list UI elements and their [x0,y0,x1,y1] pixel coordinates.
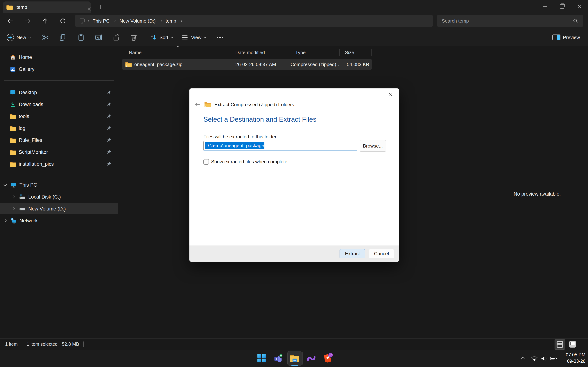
large-icons-view-toggle[interactable] [567,339,578,349]
taskbar-file-explorer-icon[interactable] [287,351,302,366]
sort-button[interactable]: Sort [147,32,175,43]
cut-icon [42,33,49,41]
sidebar-item-this-pc[interactable]: This PC [1,179,116,191]
breadcrumb-new-volume[interactable]: New Volume (D:) [117,17,158,25]
preview-pane: No preview available. [486,46,588,338]
up-button[interactable] [40,16,50,26]
taskbar-clock[interactable]: 07:05 PM 09-03-26 [566,351,585,364]
sidebar-separator [4,176,114,176]
column-separator[interactable] [371,49,372,56]
taskbar-teams-icon[interactable] [272,352,284,364]
browse-button[interactable]: Browse... [360,140,386,151]
chevron-collapsed-icon[interactable] [12,195,15,199]
rename-button[interactable]: A [93,32,104,43]
battery-icon[interactable] [549,354,558,363]
breadcrumb-chevron-icon [86,20,89,22]
view-button[interactable]: View [179,32,208,43]
copy-icon [58,33,66,41]
sidebar-item-network[interactable]: Network [1,215,116,226]
column-header-date-modified[interactable]: Date modified [235,48,265,57]
start-button[interactable] [256,352,268,364]
sidebar-item-gallery[interactable]: Gallery [1,64,116,75]
chevron-down-icon [204,36,206,38]
copy-button[interactable] [57,32,68,43]
checkbox-unchecked[interactable] [203,159,209,165]
sidebar: Home Gallery De [0,46,118,338]
more-options-button[interactable] [214,32,226,43]
view-icon [181,34,189,41]
column-header-size[interactable]: Size [345,48,354,57]
restore-button[interactable] [553,0,571,13]
close-icon [577,4,582,9]
svg-text:A: A [97,36,99,40]
this-pc-icon [79,18,85,24]
refresh-button[interactable] [58,16,68,26]
tab-title: temp [17,4,87,10]
extract-button[interactable]: Extract [340,249,365,258]
column-separator[interactable] [339,49,340,56]
back-button[interactable] [5,16,16,26]
teams-icon [273,353,283,363]
paste-button[interactable] [75,32,87,43]
breadcrumb-temp[interactable]: temp [163,17,179,25]
chevron-collapsed-icon[interactable] [12,207,15,210]
command-bar: New A [0,29,588,46]
cancel-button[interactable]: Cancel [369,249,394,258]
breadcrumb-this-pc[interactable]: This PC [90,17,112,25]
cut-button[interactable] [40,32,51,43]
gallery-icon [9,66,16,73]
up-arrow-icon [42,18,49,24]
explorer-tab[interactable]: temp [3,1,91,13]
taskbar-brave-icon[interactable] [322,352,334,364]
pin-icon [107,102,111,107]
new-label: New [17,35,26,40]
chevron-collapsed-icon[interactable] [4,219,7,222]
sidebar-item-installation-pics[interactable]: installation_pics [1,158,116,170]
search-box[interactable]: Search temp [437,15,583,27]
sidebar-item-rule-files[interactable]: Rule_Files [1,135,116,146]
dialog-heading: Select a Destination and Extract Files [203,116,316,123]
volume-icon[interactable] [539,354,548,363]
sidebar-item-home[interactable]: Home [1,52,116,63]
no-preview-message: No preview available. [486,191,588,197]
chevron-up-icon [521,357,525,360]
details-view-toggle[interactable] [554,339,565,350]
file-row-selected[interactable]: oneagent_package.zip 26-02-26 08:37 AM C… [122,59,372,70]
preview-label: Preview [563,35,580,40]
show-files-checkbox-row[interactable]: Show extracted files when complete [203,159,287,165]
sidebar-item-new-volume-d[interactable]: New Volume (D:) [0,203,118,214]
forward-arrow-icon [25,18,31,24]
this-pc-icon [10,182,17,188]
breadcrumb[interactable]: This PC New Volume (D:) temp [75,15,433,27]
sidebar-item-downloads[interactable]: Downloads [1,99,116,110]
sidebar-item-local-disk-c[interactable]: Local Disk (C:) [1,192,116,202]
share-button[interactable] [111,32,122,43]
home-icon [9,54,16,60]
toolbar-separator [211,34,211,42]
preview-pane-icon [552,34,561,40]
column-separator[interactable] [230,49,230,56]
new-button[interactable]: New [4,32,33,43]
sidebar-item-tools[interactable]: tools [1,111,116,122]
taskbar-visual-studio-icon[interactable] [305,352,317,364]
chevron-expanded-icon[interactable] [4,183,7,186]
folder-icon [9,113,16,120]
new-tab-button[interactable] [96,3,105,11]
column-header-type[interactable]: Type [295,48,306,57]
dialog-close-button[interactable] [387,91,395,98]
sidebar-item-log[interactable]: log [1,123,116,134]
wifi-icon[interactable] [530,354,539,363]
minimize-button[interactable] [536,0,553,13]
folder-icon [9,149,16,155]
new-plus-icon [7,34,14,41]
forward-button[interactable] [23,16,33,26]
destination-path-input[interactable]: D:\temp\oneagent_package [203,141,357,150]
sidebar-item-scriptmonitor[interactable]: ScriptMonitor [1,147,116,158]
close-button[interactable] [571,0,588,13]
column-header-name[interactable]: Name [129,48,141,57]
sidebar-item-desktop[interactable]: Desktop [1,87,116,98]
delete-button[interactable] [128,32,139,43]
status-separator [22,342,22,347]
preview-toggle-button[interactable]: Preview [550,32,582,43]
tray-show-hidden-icons-button[interactable] [519,354,527,363]
